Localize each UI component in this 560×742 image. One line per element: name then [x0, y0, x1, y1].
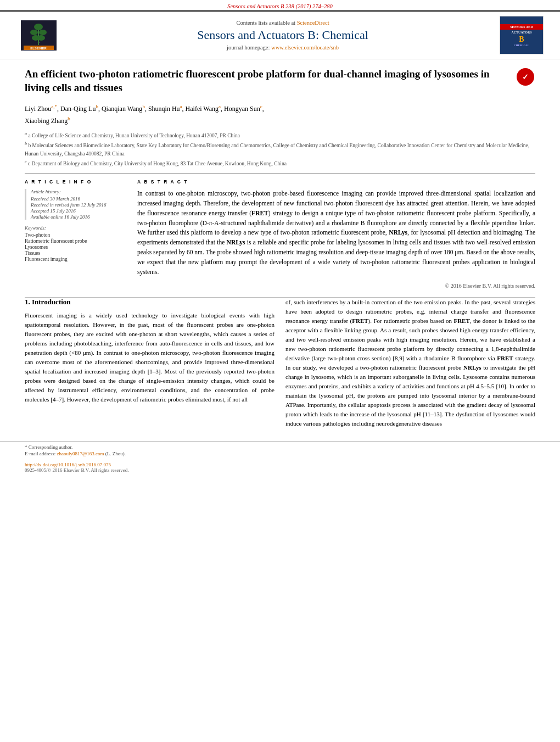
keywords-block: Keywords: Two-photon Ratiometric fluores…: [25, 225, 126, 262]
abstract-header: A B S T R A C T: [137, 179, 535, 185]
right-column: A B S T R A C T In contrast to one-photo…: [137, 179, 535, 288]
main-content: 1. Introduction Fluorescent imaging is a…: [0, 298, 560, 442]
copyright-line: © 2016 Elsevier B.V. All rights reserved…: [137, 283, 535, 289]
keyword-4: Tissues: [25, 250, 126, 256]
journal-homepage: journal homepage: www.elsevier.com/locat…: [77, 44, 489, 51]
svg-point-3: [34, 24, 43, 30]
page-container: Sensors and Actuators B 238 (2017) 274–2…: [0, 0, 560, 742]
authors-line: Liyi Zhoua,*, Dan-Qing Lub, Qianqian Wan…: [25, 103, 535, 126]
intro-title: 1. Introduction: [25, 298, 275, 306]
journal-header: ⚘ ELSEVIER Contents lists available at S…: [0, 10, 560, 59]
journal-center: Contents lists available at ScienceDirec…: [66, 20, 500, 51]
author-shunqin: Shunqin Hu: [148, 105, 180, 113]
crossmark-badge: ✓: [516, 68, 535, 87]
elsevier-logo: ⚘ ELSEVIER: [11, 20, 66, 51]
divider-1: [25, 173, 535, 174]
accepted-date: Accepted 15 July 2016: [31, 208, 126, 214]
top-citation-bar: Sensors and Actuators B 238 (2017) 274–2…: [0, 0, 560, 10]
affil-c: c c Department of Biology and Chemistry,…: [25, 159, 535, 168]
email-link[interactable]: zhaouly0817@163.com: [57, 451, 104, 456]
article-history-block: Article history: Received 30 March 2016 …: [25, 189, 126, 220]
keyword-3: Lysosomes: [25, 244, 126, 250]
main-left-column: 1. Introduction Fluorescent imaging is a…: [25, 298, 275, 433]
revised-date: Received in revised form 12 July 2016: [31, 202, 126, 208]
left-column: A R T I C L E I N F O Article history: R…: [25, 179, 126, 288]
svg-text:✓: ✓: [522, 73, 529, 81]
abstract-text: In contrast to one-photon microscopy, tw…: [137, 189, 535, 277]
svg-point-7: [37, 35, 45, 41]
sensors-actuators-logo: SENSORS AND ACTUATORS B CHEMICAL: [500, 16, 544, 54]
svg-point-5: [39, 30, 47, 35]
article-title-section: An efficient two-photon ratiometric fluo…: [25, 68, 535, 97]
doi-text[interactable]: http://dx.doi.org/10.1016/j.snb.2016.07.…: [25, 462, 535, 467]
issn-text: 0925-4005/© 2016 Elsevier B.V. All right…: [25, 467, 535, 473]
article-info-abstract: A R T I C L E I N F O Article history: R…: [25, 179, 535, 288]
author-liyi: Liyi Zhou: [25, 105, 51, 113]
affil-b: b b Molecular Sciences and Biomedicine L…: [25, 141, 535, 158]
elsevier-logo-svg: ⚘ ELSEVIER: [21, 20, 57, 51]
keyword-2: Ratiometric fluorescent probe: [25, 238, 126, 244]
article-history-label: Article history:: [31, 189, 126, 194]
article-main-title: An efficient two-photon ratiometric fluo…: [25, 68, 516, 94]
author-haifei: Haifei Wang: [186, 105, 219, 113]
svg-point-4: [30, 30, 38, 35]
article-info-header: A R T I C L E I N F O: [25, 179, 126, 185]
corresponding-note: * Corresponding author.: [25, 444, 535, 450]
email-note: E-mail address: zhaouly0817@163.com (L. …: [25, 451, 535, 456]
sensors-logo-top: SENSORS AND: [500, 24, 543, 30]
affil-a: a a College of Life Science and Chemistr…: [25, 131, 535, 140]
svg-text:ELSEVIER: ELSEVIER: [30, 47, 47, 50]
author-qianqian: Qianqian Wang: [102, 105, 142, 113]
intro-paragraph-1: Fluorescent imaging is a widely used tec…: [25, 311, 275, 404]
article-body: An efficient two-photon ratiometric fluo…: [0, 59, 560, 297]
homepage-url[interactable]: www.elsevier.com/locate/snb: [271, 44, 339, 51]
doi-section: http://dx.doi.org/10.1016/j.snb.2016.07.…: [0, 460, 560, 475]
keyword-1: Two-photon: [25, 232, 126, 238]
affiliations: a a College of Life Science and Chemistr…: [25, 131, 535, 168]
section-label: Introduction: [32, 298, 71, 306]
section-number: 1.: [25, 298, 30, 306]
sciencedirect-link[interactable]: ScienceDirect: [297, 20, 329, 26]
journal-title: Sensors and Actuators B: Chemical: [77, 28, 489, 42]
intro-paragraph-2: of, such interferences by a built-in cor…: [285, 298, 535, 429]
available-date: Available online 16 July 2016: [31, 214, 126, 220]
footnote-section: * Corresponding author. E-mail address: …: [0, 441, 560, 460]
author-xiaobing: Xiaobing Zhang: [25, 117, 68, 125]
keyword-5: Fluorescent imaging: [25, 256, 126, 262]
contents-line: Contents lists available at ScienceDirec…: [77, 20, 489, 26]
citation-text: Sensors and Actuators B 238 (2017) 274–2…: [227, 3, 333, 9]
author-hongyan: Hongyan Sun: [224, 105, 260, 113]
sensors-logo-inner: SENSORS AND ACTUATORS B CHEMICAL: [500, 16, 543, 54]
author-danqing: Dan-Qing Lu: [60, 105, 96, 113]
received-date: Received 30 March 2016: [31, 196, 126, 202]
keywords-label: Keywords:: [25, 225, 126, 231]
main-right-column: of, such interferences by a built-in cor…: [285, 298, 535, 433]
